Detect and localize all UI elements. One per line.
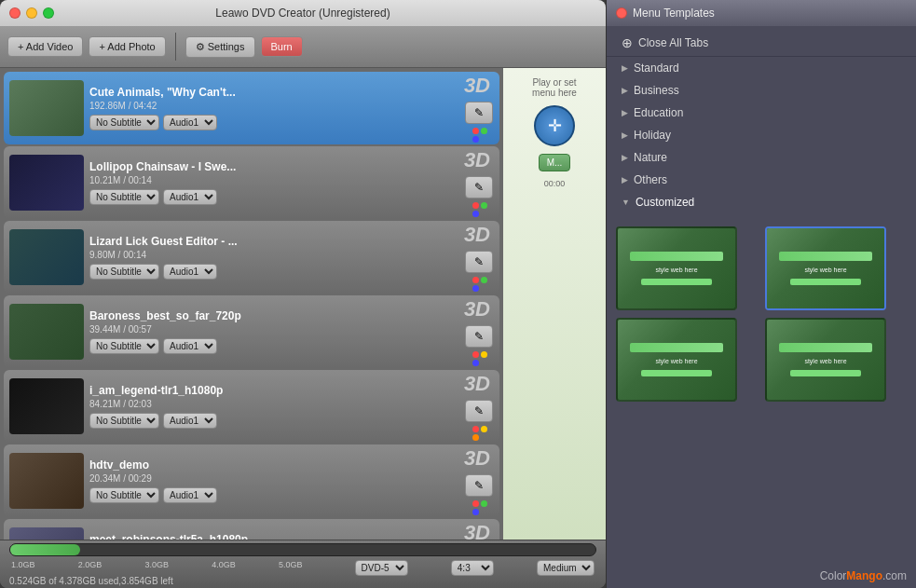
expand-icon: ▶ xyxy=(622,63,628,73)
edit-button[interactable]: ✎ xyxy=(465,102,493,124)
window-controls xyxy=(9,7,54,19)
category-label: Business xyxy=(634,84,679,97)
category-others[interactable]: ▶ Others xyxy=(607,169,916,191)
green-dot xyxy=(481,202,487,209)
colormango-domain: .com xyxy=(882,569,907,582)
template-item-2[interactable]: style web here xyxy=(765,226,886,310)
video-title: i_am_legend-tlr1_h1080p xyxy=(89,384,458,397)
menu-panel-close-button[interactable] xyxy=(616,7,627,19)
subtitle-select[interactable]: No SubtitleSubtitle xyxy=(89,338,159,354)
menu-templates-panel: Menu Templates ⊕ Close All Tabs ▶ Standa… xyxy=(606,0,916,588)
audio-select[interactable]: Audio1Audio2 xyxy=(163,487,217,503)
burn-button[interactable]: Burn xyxy=(261,36,303,57)
category-label: Nature xyxy=(634,151,667,164)
video-info: Lizard Lick Guest Editor - ... 9.80M / 0… xyxy=(89,235,458,280)
video-item[interactable]: Lizard Lick Guest Editor - ... 9.80M / 0… xyxy=(4,221,499,294)
category-nature[interactable]: ▶ Nature xyxy=(607,146,916,169)
3d-label: 3D xyxy=(464,521,490,540)
quality-select[interactable]: MediumHighLow xyxy=(537,560,595,576)
dot-row-bottom xyxy=(472,211,487,217)
green-dot xyxy=(481,500,487,507)
audio-select[interactable]: Audio1Audio2 xyxy=(163,115,217,130)
thumb-placeholder xyxy=(9,229,84,285)
thumb-placeholder xyxy=(9,155,84,211)
category-label: Education xyxy=(634,106,683,119)
template-item-1[interactable]: style web here xyxy=(616,226,737,310)
bottom-dot xyxy=(472,285,479,292)
category-education[interactable]: ▶ Education xyxy=(607,102,916,124)
expand-icon: ▶ xyxy=(622,175,628,185)
close-all-tabs-button[interactable]: ⊕ Close All Tabs xyxy=(607,30,916,57)
edit-button[interactable]: ✎ xyxy=(465,474,493,497)
thumb-placeholder xyxy=(9,80,84,136)
dot-row-top xyxy=(472,351,487,358)
video-controls: No SubtitleSubtitle Audio1Audio2 xyxy=(89,338,458,354)
edit-button[interactable]: ✎ xyxy=(465,176,493,198)
video-list: Cute Animals, "Why Can't... 192.86M / 04… xyxy=(0,68,503,540)
3d-label: 3D xyxy=(464,446,490,471)
edit-button[interactable]: ✎ xyxy=(465,400,493,422)
video-item[interactable]: Cute Animals, "Why Can't... 192.86M / 04… xyxy=(4,72,499,144)
video-item[interactable]: i_am_legend-tlr1_h1080p 84.21M / 02:03 N… xyxy=(4,370,499,443)
video-thumbnail xyxy=(9,80,84,136)
bottom-dot xyxy=(472,136,479,143)
edit-button[interactable]: ✎ xyxy=(465,325,493,348)
video-item[interactable]: Baroness_best_so_far_720p 39.44M / 00:57… xyxy=(4,295,499,368)
subtitle-select[interactable]: No SubtitleSubtitle xyxy=(89,264,159,280)
video-item[interactable]: meet_robinsons-tlr5a_h1080p 99.26M / 02:… xyxy=(4,519,499,540)
category-business[interactable]: ▶ Business xyxy=(607,79,916,102)
add-photo-button[interactable]: + Add Photo xyxy=(89,36,165,57)
video-title: Lollipop Chainsaw - I Swe... xyxy=(89,160,458,173)
red-dot xyxy=(472,128,479,134)
dot-row-top xyxy=(472,128,487,134)
video-info: meet_robinsons-tlr5a_h1080p 99.26M / 02:… xyxy=(89,533,458,540)
audio-select[interactable]: Audio1Audio2 xyxy=(163,189,217,205)
subtitle-select[interactable]: No SubtitleSubtitle xyxy=(89,413,159,429)
audio-select[interactable]: Audio1Audio2 xyxy=(163,264,217,280)
dot-row-top xyxy=(472,277,487,283)
red-dot xyxy=(472,351,479,358)
navigation-button[interactable]: ✛ xyxy=(534,105,575,146)
window-title: Leawo DVD Creator (Unregistered) xyxy=(215,7,390,20)
video-item[interactable]: hdtv_demo 20.34M / 00:29 No SubtitleSubt… xyxy=(4,444,499,517)
maximize-button[interactable] xyxy=(43,7,54,19)
category-customized[interactable]: ▼ Customized xyxy=(607,191,916,213)
template-item-4[interactable]: style web here xyxy=(765,318,886,402)
video-actions: 3D ✎ xyxy=(464,148,494,217)
video-thumbnail xyxy=(9,527,84,540)
video-meta: 39.44M / 00:57 xyxy=(89,324,458,335)
add-video-button[interactable]: + Add Video xyxy=(7,36,83,57)
menu-panel-title-bar: Menu Templates xyxy=(607,0,916,26)
template-item-3[interactable]: style web here xyxy=(616,318,737,402)
video-actions: 3D ✎ xyxy=(464,521,494,540)
video-meta: 192.86M / 04:42 xyxy=(89,101,458,111)
video-title: meet_robinsons-tlr5a_h1080p xyxy=(89,533,458,540)
video-controls: No SubtitleSubtitle Audio1Audio2 xyxy=(89,264,458,280)
audio-select[interactable]: Audio1Audio2 xyxy=(163,338,217,354)
subtitle-select[interactable]: No SubtitleSubtitle xyxy=(89,115,159,130)
subtitle-select[interactable]: No SubtitleSubtitle xyxy=(89,487,159,503)
menu-button[interactable]: M... xyxy=(539,154,571,171)
category-label: Others xyxy=(634,173,667,186)
settings-button[interactable]: ⚙ Settings xyxy=(185,36,255,58)
video-meta: 9.80M / 00:14 xyxy=(89,250,458,260)
colormango-credit: ColorMango.com xyxy=(820,569,907,582)
yellow-dot xyxy=(481,351,487,358)
yellow-dot xyxy=(481,426,487,432)
aspect-ratio-select[interactable]: 4:316:9 xyxy=(451,560,494,576)
audio-select[interactable]: Audio1Audio2 xyxy=(163,413,217,429)
close-button[interactable] xyxy=(9,7,21,19)
main-window: Leawo DVD Creator (Unregistered) + Add V… xyxy=(0,0,606,588)
video-item[interactable]: Lollipop Chainsaw - I Swe... 10.21M / 00… xyxy=(4,146,499,219)
subtitle-select[interactable]: No SubtitleSubtitle xyxy=(89,189,159,205)
red-dot xyxy=(472,202,479,209)
category-standard[interactable]: ▶ Standard xyxy=(607,57,916,79)
dvd-format-select[interactable]: DVD-5DVD-9 xyxy=(355,560,408,576)
video-controls: No SubtitleSubtitle Audio1Audio2 xyxy=(89,413,458,429)
collapse-icon: ▼ xyxy=(622,198,630,207)
category-holiday[interactable]: ▶ Holiday xyxy=(607,124,916,146)
minimize-button[interactable] xyxy=(26,7,37,19)
label-4gb: 4.0GB xyxy=(212,560,236,576)
edit-button[interactable]: ✎ xyxy=(465,251,493,273)
expand-icon: ▶ xyxy=(622,153,628,162)
